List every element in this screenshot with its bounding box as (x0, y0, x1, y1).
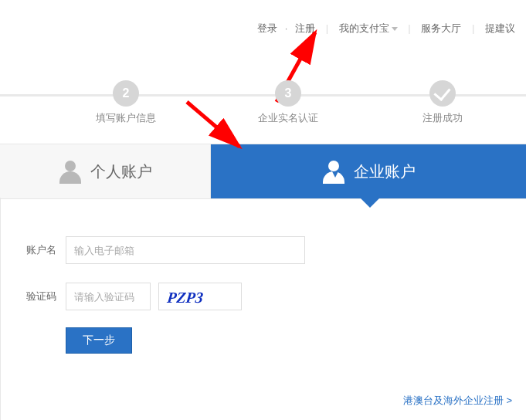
next-button[interactable]: 下一步 (66, 327, 132, 354)
business-person-icon (321, 159, 346, 184)
overseas-register-link[interactable]: 港澳台及海外企业注册 > (403, 394, 512, 408)
suggest-link[interactable]: 提建议 (485, 22, 515, 34)
step-done-label: 注册成功 (361, 111, 524, 125)
captcha-row: 验证码 PZP3 (1, 283, 526, 310)
account-row: 账户名 (1, 236, 526, 264)
register-link[interactable]: 注册 (295, 22, 315, 34)
captcha-text: PZP3 (165, 289, 204, 306)
step-done: 注册成功 (361, 80, 524, 125)
account-type-tabs: 个人账户 企业账户 (0, 144, 526, 199)
step-3-circle: 3 (275, 80, 301, 107)
captcha-image[interactable]: PZP3 (158, 283, 242, 310)
step-2-circle: 2 (113, 80, 139, 107)
step-3-label: 企业实名认证 (207, 111, 369, 125)
tab-personal-label: 个人账户 (90, 161, 152, 182)
account-input[interactable] (66, 236, 305, 264)
step-2-label: 填写账户信息 (45, 111, 207, 125)
captcha-label: 验证码 (7, 290, 56, 303)
button-row: 下一步 (66, 327, 526, 354)
nav-sep: | (326, 22, 328, 34)
captcha-input[interactable] (66, 283, 151, 310)
account-label: 账户名 (7, 243, 56, 257)
chevron-down-icon (392, 27, 398, 31)
tab-company[interactable]: 企业账户 (211, 144, 526, 198)
nav-dash: · (285, 22, 288, 34)
tab-personal[interactable]: 个人账户 (0, 144, 211, 198)
my-alipay-link[interactable]: 我的支付宝 (339, 22, 398, 34)
check-icon (429, 80, 456, 107)
tab-company-label: 企业账户 (354, 161, 416, 182)
register-form: 账户名 验证码 PZP3 下一步 港澳台及海外企业注册 > (0, 198, 526, 420)
service-hall-link[interactable]: 服务大厅 (421, 22, 461, 34)
nav-sep: | (408, 22, 410, 34)
step-3: 3 企业实名认证 (207, 80, 369, 125)
top-nav: 登录 · 注册 | 我的支付宝 | 服务大厅 | 提建议 (257, 22, 515, 36)
step-2: 2 填写账户信息 (45, 80, 207, 125)
login-link[interactable]: 登录 (257, 22, 277, 34)
nav-sep: | (472, 22, 474, 34)
steps-bar: 2 填写账户信息 3 企业实名认证 注册成功 (0, 80, 526, 127)
person-icon (58, 159, 83, 184)
my-alipay-label: 我的支付宝 (339, 22, 389, 34)
